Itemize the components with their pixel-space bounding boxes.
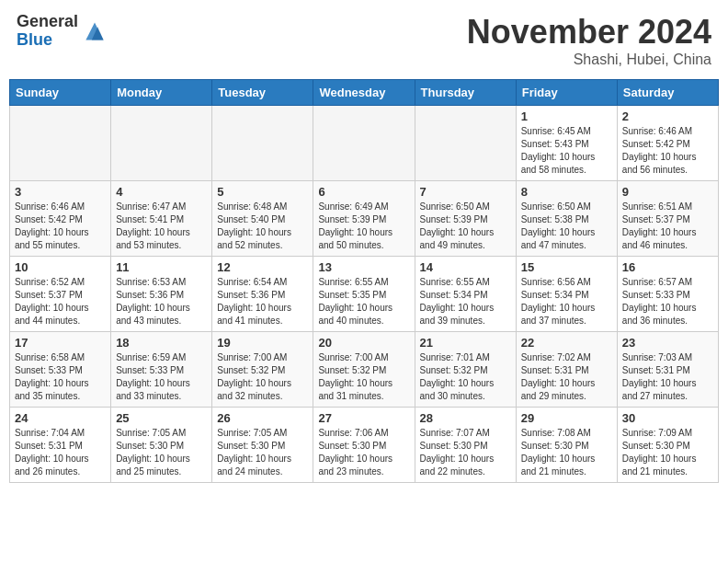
day-number: 29 — [521, 411, 612, 425]
day-cell-8: 8Sunrise: 6:50 AMSunset: 5:38 PMDaylight… — [516, 181, 617, 257]
day-cell-3: 3Sunrise: 6:46 AMSunset: 5:42 PMDaylight… — [10, 181, 111, 257]
day-info: Sunrise: 7:04 AMSunset: 5:31 PMDaylight:… — [15, 427, 106, 478]
day-info: Sunrise: 6:55 AMSunset: 5:35 PMDaylight:… — [318, 276, 409, 327]
day-number: 26 — [217, 411, 308, 425]
day-number: 9 — [622, 185, 713, 199]
col-header-saturday: Saturday — [617, 80, 718, 106]
day-cell-21: 21Sunrise: 7:01 AMSunset: 5:32 PMDayligh… — [415, 332, 516, 408]
day-number: 22 — [521, 336, 612, 350]
day-number: 3 — [15, 185, 106, 199]
week-row-5: 24Sunrise: 7:04 AMSunset: 5:31 PMDayligh… — [10, 408, 719, 483]
empty-cell — [313, 106, 415, 181]
day-cell-15: 15Sunrise: 6:56 AMSunset: 5:34 PMDayligh… — [516, 257, 617, 332]
day-cell-7: 7Sunrise: 6:50 AMSunset: 5:39 PMDaylight… — [415, 181, 516, 257]
day-cell-17: 17Sunrise: 6:58 AMSunset: 5:33 PMDayligh… — [10, 332, 111, 408]
day-info: Sunrise: 7:05 AMSunset: 5:30 PMDaylight:… — [217, 427, 308, 478]
day-number: 11 — [116, 260, 207, 274]
empty-cell — [212, 106, 313, 181]
day-info: Sunrise: 7:06 AMSunset: 5:30 PMDaylight:… — [318, 427, 409, 478]
day-info: Sunrise: 6:46 AMSunset: 5:42 PMDaylight:… — [622, 125, 713, 177]
day-info: Sunrise: 6:52 AMSunset: 5:37 PMDaylight:… — [15, 276, 106, 327]
empty-cell — [415, 106, 516, 181]
title-block: November 2024 Shashi, Hubei, China — [467, 13, 711, 68]
day-info: Sunrise: 7:05 AMSunset: 5:30 PMDaylight:… — [116, 427, 207, 478]
day-number: 18 — [116, 336, 207, 350]
week-row-4: 17Sunrise: 6:58 AMSunset: 5:33 PMDayligh… — [10, 332, 719, 408]
day-number: 21 — [420, 336, 511, 350]
week-row-2: 3Sunrise: 6:46 AMSunset: 5:42 PMDaylight… — [10, 181, 719, 257]
week-row-3: 10Sunrise: 6:52 AMSunset: 5:37 PMDayligh… — [10, 257, 719, 332]
day-cell-27: 27Sunrise: 7:06 AMSunset: 5:30 PMDayligh… — [313, 408, 415, 483]
day-cell-1: 1Sunrise: 6:45 AMSunset: 5:43 PMDaylight… — [516, 106, 617, 181]
day-cell-16: 16Sunrise: 6:57 AMSunset: 5:33 PMDayligh… — [617, 257, 718, 332]
logo-blue-text: Blue — [17, 31, 78, 50]
day-cell-26: 26Sunrise: 7:05 AMSunset: 5:30 PMDayligh… — [212, 408, 313, 483]
day-info: Sunrise: 6:50 AMSunset: 5:39 PMDaylight:… — [420, 201, 511, 252]
day-info: Sunrise: 7:02 AMSunset: 5:31 PMDaylight:… — [521, 351, 612, 403]
day-info: Sunrise: 6:58 AMSunset: 5:33 PMDaylight:… — [15, 351, 106, 403]
day-number: 30 — [622, 411, 713, 425]
col-header-sunday: Sunday — [10, 80, 111, 106]
day-cell-10: 10Sunrise: 6:52 AMSunset: 5:37 PMDayligh… — [10, 257, 111, 332]
day-cell-28: 28Sunrise: 7:07 AMSunset: 5:30 PMDayligh… — [415, 408, 516, 483]
logo-general-text: General — [17, 13, 78, 31]
day-cell-6: 6Sunrise: 6:49 AMSunset: 5:39 PMDaylight… — [313, 181, 415, 257]
day-number: 16 — [622, 260, 713, 274]
day-cell-12: 12Sunrise: 6:54 AMSunset: 5:36 PMDayligh… — [212, 257, 313, 332]
day-number: 12 — [217, 260, 308, 274]
empty-cell — [10, 106, 111, 181]
day-info: Sunrise: 6:47 AMSunset: 5:41 PMDaylight:… — [116, 201, 207, 252]
calendar-table: SundayMondayTuesdayWednesdayThursdayFrid… — [9, 79, 719, 483]
day-cell-14: 14Sunrise: 6:55 AMSunset: 5:34 PMDayligh… — [415, 257, 516, 332]
day-info: Sunrise: 6:57 AMSunset: 5:33 PMDaylight:… — [622, 276, 713, 327]
day-cell-9: 9Sunrise: 6:51 AMSunset: 5:37 PMDaylight… — [617, 181, 718, 257]
day-info: Sunrise: 6:51 AMSunset: 5:37 PMDaylight:… — [622, 201, 713, 252]
day-info: Sunrise: 6:45 AMSunset: 5:43 PMDaylight:… — [521, 125, 612, 177]
day-number: 19 — [217, 336, 308, 350]
day-number: 24 — [15, 411, 106, 425]
day-cell-4: 4Sunrise: 6:47 AMSunset: 5:41 PMDaylight… — [111, 181, 212, 257]
col-header-wednesday: Wednesday — [313, 80, 415, 106]
day-info: Sunrise: 6:54 AMSunset: 5:36 PMDaylight:… — [217, 276, 308, 327]
day-cell-19: 19Sunrise: 7:00 AMSunset: 5:32 PMDayligh… — [212, 332, 313, 408]
day-number: 4 — [116, 185, 207, 199]
day-cell-24: 24Sunrise: 7:04 AMSunset: 5:31 PMDayligh… — [10, 408, 111, 483]
day-number: 2 — [622, 109, 713, 123]
day-number: 20 — [318, 336, 409, 350]
day-number: 14 — [420, 260, 511, 274]
day-number: 10 — [15, 260, 106, 274]
day-info: Sunrise: 7:03 AMSunset: 5:31 PMDaylight:… — [622, 351, 713, 403]
day-number: 13 — [318, 260, 409, 274]
location-title: Shashi, Hubei, China — [467, 52, 711, 68]
day-number: 25 — [116, 411, 207, 425]
col-header-thursday: Thursday — [415, 80, 516, 106]
day-info: Sunrise: 6:50 AMSunset: 5:38 PMDaylight:… — [521, 201, 612, 252]
day-number: 27 — [318, 411, 409, 425]
col-header-monday: Monday — [111, 80, 212, 106]
col-header-tuesday: Tuesday — [212, 80, 313, 106]
logo: General Blue — [17, 13, 109, 50]
day-info: Sunrise: 6:46 AMSunset: 5:42 PMDaylight:… — [15, 201, 106, 252]
day-info: Sunrise: 6:48 AMSunset: 5:40 PMDaylight:… — [217, 201, 308, 252]
day-number: 5 — [217, 185, 308, 199]
day-info: Sunrise: 6:59 AMSunset: 5:33 PMDaylight:… — [116, 351, 207, 403]
page-header: General Blue November 2024 Shashi, Hubei… — [9, 9, 719, 72]
day-number: 1 — [521, 109, 612, 123]
day-info: Sunrise: 7:01 AMSunset: 5:32 PMDaylight:… — [420, 351, 511, 403]
day-info: Sunrise: 6:53 AMSunset: 5:36 PMDaylight:… — [116, 276, 207, 327]
week-row-1: 1Sunrise: 6:45 AMSunset: 5:43 PMDaylight… — [10, 106, 719, 181]
day-info: Sunrise: 7:09 AMSunset: 5:30 PMDaylight:… — [622, 427, 713, 478]
day-cell-25: 25Sunrise: 7:05 AMSunset: 5:30 PMDayligh… — [111, 408, 212, 483]
day-cell-29: 29Sunrise: 7:08 AMSunset: 5:30 PMDayligh… — [516, 408, 617, 483]
day-cell-22: 22Sunrise: 7:02 AMSunset: 5:31 PMDayligh… — [516, 332, 617, 408]
day-cell-2: 2Sunrise: 6:46 AMSunset: 5:42 PMDaylight… — [617, 106, 718, 181]
month-title: November 2024 — [467, 13, 711, 52]
day-cell-20: 20Sunrise: 7:00 AMSunset: 5:32 PMDayligh… — [313, 332, 415, 408]
col-header-friday: Friday — [516, 80, 617, 106]
day-info: Sunrise: 7:00 AMSunset: 5:32 PMDaylight:… — [217, 351, 308, 403]
day-info: Sunrise: 7:08 AMSunset: 5:30 PMDaylight:… — [521, 427, 612, 478]
day-info: Sunrise: 7:07 AMSunset: 5:30 PMDaylight:… — [420, 427, 511, 478]
day-number: 15 — [521, 260, 612, 274]
day-info: Sunrise: 6:49 AMSunset: 5:39 PMDaylight:… — [318, 201, 409, 252]
day-cell-13: 13Sunrise: 6:55 AMSunset: 5:35 PMDayligh… — [313, 257, 415, 332]
